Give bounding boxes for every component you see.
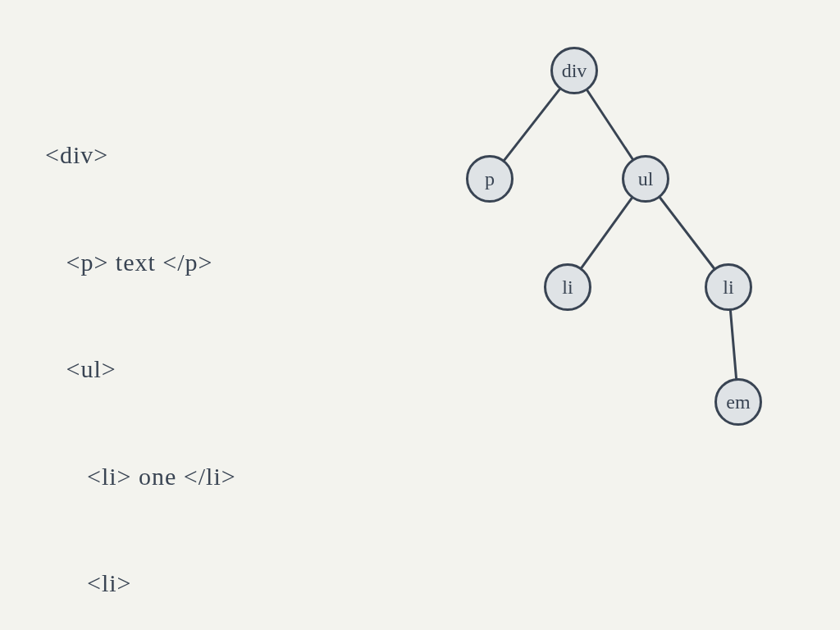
svg-line-2 <box>582 199 632 268</box>
html-code-block: <div> <p> text </p> <ul> <li> one </li> … <box>45 66 284 630</box>
svg-line-4 <box>730 311 736 378</box>
tree-node-div: div <box>550 47 598 94</box>
node-label: div <box>562 60 587 82</box>
node-label: em <box>726 391 750 413</box>
tree-node-li2: li <box>705 263 752 311</box>
node-label: li <box>723 276 733 299</box>
code-line: <ul> <box>45 351 284 387</box>
diagram-canvas: <div> <p> text </p> <ul> <li> one </li> … <box>0 0 840 630</box>
node-label: li <box>562 276 573 299</box>
code-line: <li> <box>45 565 284 601</box>
tree-node-ul: ul <box>622 155 669 203</box>
svg-line-0 <box>504 89 559 160</box>
tree-node-em: em <box>714 378 762 426</box>
tree-node-p: p <box>466 155 514 203</box>
node-label: ul <box>638 168 654 190</box>
svg-line-1 <box>587 90 632 159</box>
code-line: <p> text </p> <box>45 244 284 281</box>
node-label: p <box>485 168 495 190</box>
code-line: <div> <box>45 137 284 173</box>
svg-line-3 <box>660 198 714 268</box>
code-line: <li> one </li> <box>45 459 284 495</box>
tree-node-li1: li <box>544 263 591 311</box>
